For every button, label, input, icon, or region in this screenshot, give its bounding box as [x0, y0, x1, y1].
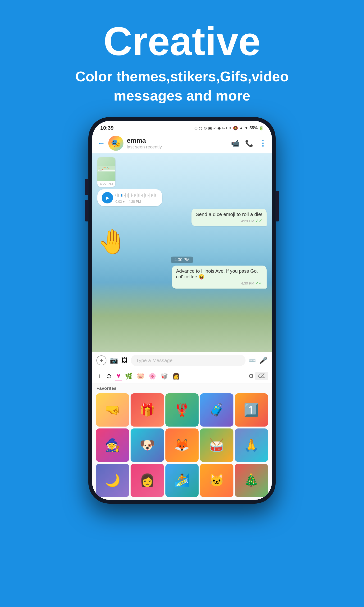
svg-point-3: [102, 169, 103, 170]
svg-rect-31: [150, 193, 150, 198]
svg-rect-14: [125, 193, 126, 198]
tab-animals[interactable]: 🐷: [135, 371, 146, 381]
emoji-tabs: + ☺ ♥ 🌿 🐷 🌸 🥡 👩 ⚙ ⌫: [92, 369, 272, 383]
svg-rect-8: [117, 194, 117, 197]
sticker-item[interactable]: 👩: [130, 464, 164, 497]
tab-add[interactable]: +: [96, 371, 103, 381]
svg-rect-28: [145, 194, 146, 197]
svg-rect-21: [135, 194, 136, 196]
svg-rect-18: [131, 194, 132, 197]
svg-rect-13: [124, 195, 125, 196]
svg-rect-12: [122, 194, 123, 197]
contact-info: emma last seen recently: [127, 137, 228, 150]
status-icons: ⊙ ◎ ⊘ ▣ ✓ ◆ 421 ✦ 🔕 ▲ ▼ 55% 🔋: [194, 126, 264, 131]
delete-key-icon[interactable]: ⌫: [255, 372, 268, 380]
header-actions: 📹 📞 ⋮: [231, 139, 267, 148]
svg-rect-0: [97, 166, 116, 172]
sticker-item[interactable]: 🎁: [130, 393, 164, 427]
sticker-item[interactable]: 🐱: [200, 464, 233, 497]
message-list: Location 4:27 PM ▶: [92, 153, 272, 292]
svg-rect-15: [127, 194, 128, 197]
sticker-item[interactable]: 🤜: [96, 393, 129, 427]
svg-rect-11: [121, 194, 122, 197]
svg-rect-19: [132, 195, 133, 196]
svg-rect-29: [147, 194, 147, 197]
sticker-item[interactable]: 🧳: [200, 393, 233, 427]
svg-text:Location: Location: [99, 170, 102, 171]
page-wrapper: Creative Color themes,stikers,Gifs,video…: [0, 0, 364, 607]
message-text: Send a dice emoji to roll a die!: [196, 211, 262, 217]
contact-status: last seen recently: [127, 145, 228, 150]
page-title: Creative: [71, 21, 293, 61]
svg-rect-22: [137, 193, 137, 198]
more-options-icon[interactable]: ⋮: [259, 139, 267, 148]
page-subtitle: Color themes,stikers,Gifs,video messages…: [71, 67, 293, 105]
video-call-icon[interactable]: 📹: [231, 139, 239, 147]
svg-rect-30: [148, 195, 149, 196]
svg-rect-25: [141, 195, 142, 196]
header-section: Creative Color themes,stikers,Gifs,video…: [71, 0, 293, 112]
battery-level: 55%: [249, 126, 258, 131]
sticker-item[interactable]: 🥁: [200, 428, 233, 462]
svg-rect-9: [118, 194, 119, 197]
sticker-item[interactable]: 🐶: [130, 428, 164, 462]
svg-rect-33: [152, 194, 153, 196]
status-time: 10:39: [100, 125, 114, 131]
add-attachment-button[interactable]: +: [96, 356, 106, 365]
sticker-item[interactable]: 🦊: [165, 428, 199, 462]
sent-long-message: Advance to Illinois Ave. If you pass Go,…: [172, 265, 267, 289]
tab-flowers[interactable]: 🌸: [147, 371, 157, 381]
chat-area: Location 4:27 PM ▶: [92, 153, 272, 352]
svg-rect-23: [138, 194, 139, 197]
svg-rect-24: [140, 194, 140, 197]
play-button[interactable]: ▶: [102, 192, 113, 203]
chat-header: ← 🎭 emma last seen recently 📹 📞 ⋮: [92, 133, 272, 153]
keyboard-icon[interactable]: ⌨️: [249, 357, 256, 364]
sticker-item[interactable]: 🌙: [96, 464, 129, 497]
sticker-item[interactable]: 🧙: [96, 428, 129, 462]
svg-rect-16: [128, 193, 129, 198]
svg-rect-32: [151, 194, 152, 197]
tab-nature[interactable]: 🌿: [123, 371, 134, 381]
tab-food[interactable]: 🥡: [159, 371, 169, 381]
input-bar: + 📷 🖼 Type a Message ⌨️ 🎤: [92, 352, 272, 369]
svg-rect-35: [155, 194, 156, 197]
svg-rect-27: [144, 193, 144, 198]
sticker-item[interactable]: 🦞: [165, 393, 199, 427]
sticker-item[interactable]: 🙏: [235, 428, 268, 462]
sticker-item[interactable]: 🎄: [235, 464, 268, 497]
section-label: Favorites: [92, 383, 272, 392]
tab-favorites[interactable]: ♥: [115, 371, 122, 381]
avatar: 🎭: [108, 136, 123, 151]
time-divider: 4:30 PM: [171, 257, 193, 263]
location-message: Location 4:27 PM: [97, 157, 116, 187]
svg-rect-17: [130, 194, 130, 197]
sticker-message: 🤚: [97, 229, 127, 253]
sticker-grid-row1: 🤜 🎁 🦞 🧳 1️⃣: [92, 392, 272, 427]
camera-button[interactable]: 📷: [110, 356, 118, 364]
mic-button[interactable]: 🎤: [259, 356, 268, 364]
status-bar: 10:39 ⊙ ◎ ⊘ ▣ ✓ ◆ 421 ✦ 🔕 ▲ ▼ 55%: [92, 121, 272, 133]
svg-rect-20: [134, 194, 135, 197]
svg-rect-34: [154, 194, 155, 197]
tab-emoji[interactable]: ☺: [104, 371, 114, 381]
tab-people[interactable]: 👩: [171, 371, 181, 381]
phone-shell: 10:39 ⊙ ◎ ⊘ ▣ ✓ ◆ 421 ✦ 🔕 ▲ ▼ 55%: [88, 117, 276, 504]
sticker-grid-row3: 🌙 👩 🏄 🐱 🎄: [92, 463, 272, 500]
settings-icon[interactable]: ⚙: [248, 372, 254, 380]
phone-screen: 10:39 ⊙ ◎ ⊘ ▣ ✓ ◆ 421 ✦ 🔕 ▲ ▼ 55%: [92, 121, 272, 500]
message-input-field[interactable]: Type a Message: [131, 355, 246, 366]
contact-name: emma: [127, 137, 228, 145]
sticker-grid-row2: 🧙 🐶 🦊 🥁 🙏: [92, 427, 272, 462]
sticker-item[interactable]: 🏄: [165, 464, 199, 497]
svg-rect-26: [143, 194, 143, 197]
svg-rect-36: [157, 195, 157, 196]
gallery-button[interactable]: 🖼: [121, 356, 128, 364]
svg-point-4: [107, 167, 108, 168]
sent-text-message: Send a dice emoji to roll a die! 4:29 PM…: [192, 209, 267, 226]
sticker-item[interactable]: 1️⃣: [235, 393, 268, 427]
back-button[interactable]: ←: [97, 139, 105, 148]
voice-call-icon[interactable]: 📞: [245, 139, 253, 147]
emoji-panel: + ☺ ♥ 🌿 🐷 🌸 🥡 👩 ⚙ ⌫ Favorites: [92, 369, 272, 500]
voice-message: ▶: [97, 189, 162, 206]
